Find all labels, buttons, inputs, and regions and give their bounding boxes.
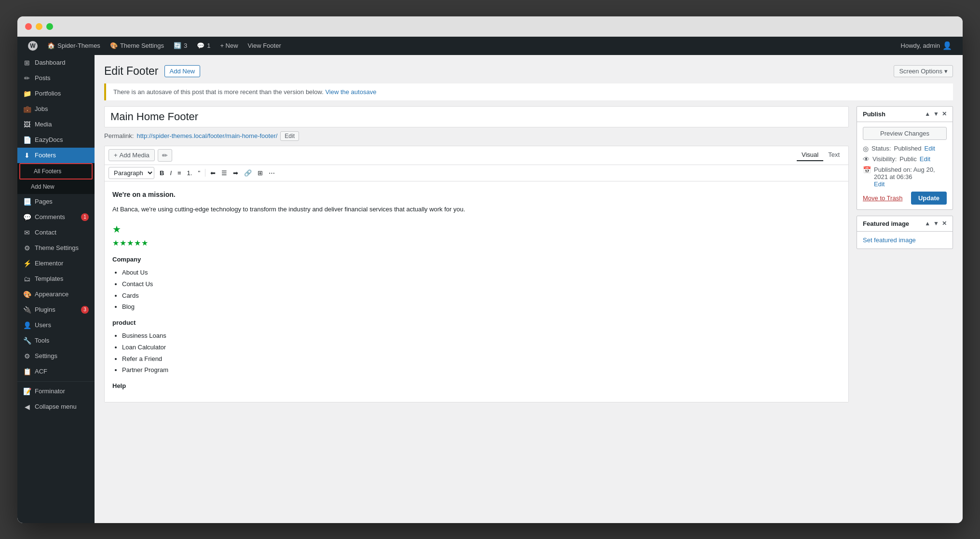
chevron-down-icon[interactable]: ▼ bbox=[933, 111, 939, 117]
pencil-icon: ✏ bbox=[162, 152, 168, 159]
sidebar-separator bbox=[17, 381, 95, 382]
close-icon[interactable]: ✕ bbox=[942, 111, 947, 117]
updates-icon: 🔄 bbox=[174, 42, 181, 49]
tab-text[interactable]: Text bbox=[823, 149, 844, 161]
chevron-up-icon[interactable]: ▲ bbox=[925, 111, 930, 117]
pencil-icon-button[interactable]: ✏ bbox=[158, 149, 172, 162]
visibility-icon: 👁 bbox=[863, 155, 870, 163]
home-icon: 🏠 bbox=[47, 42, 55, 49]
sidebar-item-collapse[interactable]: ◀ Collapse menu bbox=[17, 399, 95, 415]
traffic-light-red[interactable] bbox=[25, 23, 32, 30]
visibility-row: 👁 Visibility: Public Edit bbox=[863, 155, 947, 163]
sidebar-item-pages[interactable]: 📃 Pages bbox=[17, 194, 95, 209]
sidebar-item-portfolios[interactable]: 📁 Portfolios bbox=[17, 86, 95, 101]
sidebar-item-add-new-footer[interactable]: Add New bbox=[17, 180, 95, 194]
sidebar-item-tools[interactable]: 🔧 Tools bbox=[17, 333, 95, 348]
table-button[interactable]: ⊞ bbox=[255, 168, 265, 178]
add-media-button[interactable]: + Add Media bbox=[109, 149, 155, 161]
add-media-icon: + bbox=[114, 152, 118, 159]
theme-settings-icon: 🎨 bbox=[110, 42, 118, 49]
screen-options-button[interactable]: Screen Options ▾ bbox=[894, 65, 953, 77]
sidebar-item-dashboard[interactable]: ⊞ Dashboard bbox=[17, 55, 95, 70]
sidebar-item-posts[interactable]: ✏ Posts bbox=[17, 70, 95, 86]
featured-image-panel-header[interactable]: Featured image ▲ ▼ ✕ bbox=[857, 216, 953, 232]
link-button[interactable]: 🔗 bbox=[242, 168, 254, 178]
sidebar-item-users[interactable]: 👤 Users bbox=[17, 318, 95, 333]
chevron-down-icon[interactable]: ▼ bbox=[933, 220, 939, 227]
status-edit-link[interactable]: Edit bbox=[925, 145, 935, 152]
published-on-edit-link[interactable]: Edit bbox=[874, 180, 947, 188]
editor-layout: Permalink: http://spider-themes.local/fo… bbox=[104, 106, 953, 403]
admin-bar-theme-settings[interactable]: 🎨 Theme Settings bbox=[105, 37, 169, 55]
bold-button[interactable]: B bbox=[157, 168, 166, 178]
traffic-light-green[interactable] bbox=[46, 23, 53, 30]
product-list: Business Loans Loan Calculator Refer a F… bbox=[112, 331, 841, 375]
editor-box: + Add Media ✏ Visual Text bbox=[104, 146, 849, 403]
chevron-up-icon[interactable]: ▲ bbox=[925, 220, 930, 227]
sidebar-item-forminator[interactable]: 📝 Forminator bbox=[17, 384, 95, 399]
sidebar-item-contact[interactable]: ✉ Contact bbox=[17, 225, 95, 240]
align-center-button[interactable]: ☰ bbox=[219, 168, 230, 178]
list-item: Contact Us bbox=[122, 279, 841, 290]
admin-bar-new[interactable]: + New bbox=[215, 37, 243, 55]
content-topbar: Edit Footer Add New Screen Options ▾ bbox=[104, 65, 953, 78]
list-item: Partner Program bbox=[122, 365, 841, 375]
sidebar-item-all-footers[interactable]: All Footers bbox=[19, 163, 93, 180]
publish-panel-title: Publish bbox=[863, 111, 885, 118]
admin-bar-updates[interactable]: 🔄 3 bbox=[169, 37, 192, 55]
admin-bar-comments[interactable]: 💬 1 bbox=[192, 37, 215, 55]
star-rating: ★★★★★ bbox=[112, 237, 841, 249]
admin-bar-site-name[interactable]: 🏠 Spider-Themes bbox=[42, 37, 105, 55]
italic-button[interactable]: I bbox=[167, 168, 174, 178]
sidebar-item-eazydocs[interactable]: 📄 EazyDocs bbox=[17, 132, 95, 148]
sidebar-item-theme-settings[interactable]: ⚙ Theme Settings bbox=[17, 240, 95, 256]
admin-bar-right: Howdy, admin 👤 bbox=[896, 37, 957, 55]
content-paragraph: At Banca, we're using cutting-edge techn… bbox=[112, 205, 841, 215]
add-new-button[interactable]: Add New bbox=[164, 65, 201, 77]
permalink-url[interactable]: http://spider-themes.local/footer/main-h… bbox=[136, 132, 277, 139]
pages-icon: 📃 bbox=[23, 198, 31, 206]
sidebar-item-elementor[interactable]: ⚡ Elementor bbox=[17, 256, 95, 271]
blockquote-button[interactable]: " bbox=[195, 168, 203, 178]
update-button[interactable]: Update bbox=[911, 192, 947, 205]
editor-main: Permalink: http://spider-themes.local/fo… bbox=[104, 106, 849, 403]
post-title-input[interactable] bbox=[104, 106, 849, 127]
set-featured-image-link[interactable]: Set featured image bbox=[863, 236, 916, 244]
more-button[interactable]: ⋯ bbox=[266, 168, 277, 178]
sidebar-item-media[interactable]: 🖼 Media bbox=[17, 117, 95, 132]
sidebar-item-jobs[interactable]: 💼 Jobs bbox=[17, 101, 95, 117]
align-right-button[interactable]: ➡ bbox=[231, 168, 241, 178]
sidebar-item-appearance[interactable]: 🎨 Appearance bbox=[17, 287, 95, 302]
align-left-button[interactable]: ⬅ bbox=[208, 168, 218, 178]
featured-image-panel-icons: ▲ ▼ ✕ bbox=[925, 220, 947, 227]
comments-badge: 1 bbox=[81, 213, 89, 221]
tab-visual[interactable]: Visual bbox=[797, 149, 823, 161]
ordered-list-button[interactable]: 1. bbox=[185, 168, 195, 178]
sidebar-item-acf[interactable]: 📋 ACF bbox=[17, 364, 95, 379]
visibility-edit-link[interactable]: Edit bbox=[920, 155, 930, 163]
sidebar-item-comments[interactable]: 💬 Comments 1 bbox=[17, 209, 95, 225]
sidebar-item-footers[interactable]: ⬇ Footers bbox=[17, 148, 95, 163]
move-to-trash-button[interactable]: Move to Trash bbox=[863, 194, 902, 202]
sidebar-item-templates[interactable]: 🗂 Templates bbox=[17, 271, 95, 287]
view-autosave-link[interactable]: View the autosave bbox=[325, 88, 376, 96]
admin-bar-view-footer[interactable]: View Footer bbox=[243, 37, 286, 55]
admin-bar-wp-logo[interactable]: W bbox=[23, 37, 42, 55]
unordered-list-button[interactable]: ≡ bbox=[175, 168, 184, 178]
traffic-light-yellow[interactable] bbox=[36, 23, 42, 30]
editor-content[interactable]: We're on a mission. At Banca, we're usin… bbox=[105, 181, 848, 402]
sidebar-item-label: Footers bbox=[35, 152, 56, 159]
sidebar-item-plugins[interactable]: 🔌 Plugins 3 bbox=[17, 302, 95, 318]
publish-panel-header[interactable]: Publish ▲ ▼ ✕ bbox=[857, 107, 953, 122]
close-icon[interactable]: ✕ bbox=[942, 220, 947, 227]
browser-window: W 🏠 Spider-Themes 🎨 Theme Settings 🔄 3 💬… bbox=[17, 16, 963, 523]
preview-changes-button[interactable]: Preview Changes bbox=[863, 127, 947, 140]
star-single-icon: ★ bbox=[112, 224, 121, 235]
editor-toolbar-top: + Add Media ✏ Visual Text bbox=[105, 146, 848, 165]
plugins-badge: 3 bbox=[81, 306, 89, 314]
permalink-edit-button[interactable]: Edit bbox=[280, 131, 299, 141]
star-single: ★ bbox=[112, 221, 841, 237]
sidebar-item-settings[interactable]: ⚙ Settings bbox=[17, 348, 95, 364]
format-select[interactable]: Paragraph Heading 1 Heading 2 Heading 3 bbox=[109, 167, 154, 179]
admin-bar-howdy[interactable]: Howdy, admin 👤 bbox=[896, 37, 957, 55]
